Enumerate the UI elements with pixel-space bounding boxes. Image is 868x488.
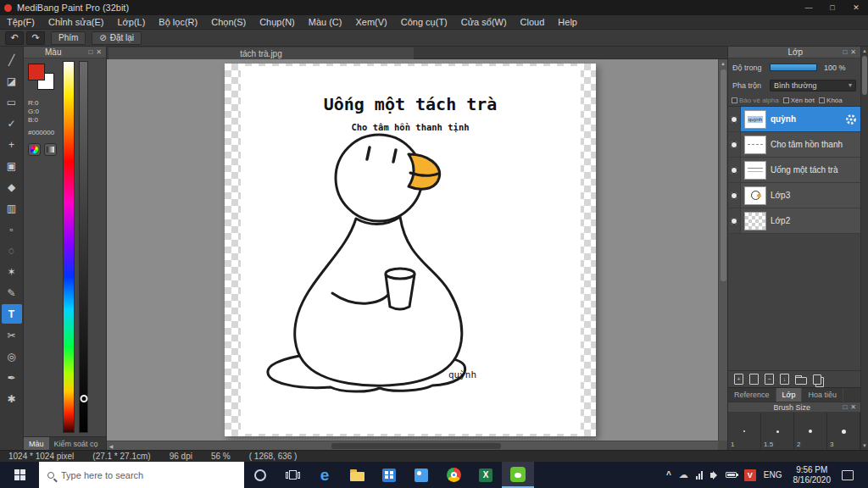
layer-row[interactable]: Cho tâm hồn thanh (728, 132, 860, 158)
protect-alpha-checkbox[interactable]: Bảo vệ alpha (732, 97, 779, 104)
menu-tools[interactable]: Công cụ(T) (394, 15, 454, 30)
marquee-tool[interactable]: ▭ (2, 92, 22, 112)
artboard[interactable]: Uống một tách trà Cho tâm hồn thanh tịnh… (225, 64, 596, 436)
keys-button[interactable]: Phím (51, 31, 86, 45)
menu-view[interactable]: Xem(V) (348, 15, 393, 30)
task-view-button[interactable] (276, 462, 309, 488)
popout-icon[interactable]: □ (841, 403, 849, 411)
layer-row[interactable]: Lớp2 (728, 208, 860, 234)
delete-layer-icon[interactable]: − (765, 374, 774, 385)
tab-reference[interactable]: Reference (728, 388, 776, 402)
brightness-knob[interactable] (80, 395, 87, 402)
menu-layer[interactable]: Lớp(L) (110, 15, 152, 30)
lock-checkbox[interactable]: Khóa (819, 97, 843, 104)
chrome-button[interactable] (437, 462, 470, 488)
dock-scrollbar[interactable]: ▲ ▼ (860, 47, 868, 450)
menu-color[interactable]: Màu (C) (302, 15, 349, 30)
popout-icon[interactable]: □ (841, 48, 849, 56)
search-input[interactable]: Type here to search (39, 462, 244, 488)
hand-tool[interactable]: ✱ (2, 389, 22, 408)
layer-row[interactable]: Lớp3 (728, 183, 860, 208)
onedrive-cloud-icon[interactable]: ☁ (679, 469, 688, 480)
close-icon[interactable]: ✕ (94, 48, 103, 56)
hue-bar[interactable] (63, 61, 75, 433)
menu-help[interactable]: Help (551, 15, 584, 30)
canvas-viewport[interactable]: Uống một tách trà Cho tâm hồn thanh tịnh… (107, 59, 718, 441)
brush-size-option[interactable]: 1 (728, 413, 761, 450)
excel-button[interactable]: X (470, 462, 502, 488)
language-indicator[interactable]: ENG (764, 470, 782, 480)
transfer-layer-icon[interactable]: ↓ (780, 374, 789, 385)
battery-icon[interactable] (726, 472, 737, 478)
menu-edit[interactable]: Chỉnh sửa(E) (42, 15, 110, 30)
store-button[interactable] (373, 462, 405, 488)
foreground-color-swatch[interactable] (28, 64, 45, 80)
menu-window[interactable]: Cửa sổ(W) (454, 15, 514, 30)
vertical-scroll-thumb[interactable] (721, 69, 726, 281)
document-tab[interactable]: tách trà.jpg (108, 47, 414, 59)
hidden-icons-chevron[interactable]: ^ (666, 470, 671, 480)
layer-row[interactable]: quỳnh quỳnh (728, 107, 860, 132)
smudge-tool[interactable]: ✓ (2, 114, 22, 133)
vietnamese-input-icon[interactable]: V (744, 469, 756, 481)
blend-mode-dropdown[interactable]: Bình thường ▾ (770, 80, 856, 92)
layer-visibility-toggle[interactable] (728, 107, 741, 131)
undo-button[interactable]: ↶ (5, 31, 24, 45)
tab-color[interactable]: Màu (24, 437, 49, 450)
clipping-checkbox[interactable]: Xén bớt (783, 97, 815, 104)
layer-visibility-toggle[interactable] (728, 183, 741, 208)
minimize-button[interactable]: — (797, 0, 821, 15)
pen-tool[interactable]: ✒ (2, 368, 22, 387)
scroll-left-icon[interactable]: ◀ (107, 441, 115, 450)
reset-button[interactable]: ⊘ Đặt lại (92, 31, 142, 45)
lasso-tool[interactable]: ◌ (2, 241, 22, 260)
layer-visibility-toggle[interactable] (728, 132, 741, 157)
canvas-vertical-scrollbar[interactable]: ▲ (718, 59, 727, 441)
photos-button[interactable] (405, 462, 437, 488)
brush-size-option[interactable]: 3 (827, 413, 860, 450)
select-pen-tool[interactable]: ✎ (2, 283, 22, 302)
tab-navigator[interactable]: Hoa tiêu (802, 388, 843, 402)
edge-button[interactable]: e (309, 462, 341, 488)
file-explorer-button[interactable] (341, 462, 373, 488)
close-icon[interactable]: ✕ (849, 48, 858, 56)
merge-layer-icon[interactable] (813, 374, 821, 385)
dock-scroll-thumb[interactable] (862, 56, 867, 95)
magic-wand-tool[interactable]: ✶ (2, 262, 22, 281)
scroll-up-icon[interactable]: ▲ (719, 59, 727, 68)
move-tool[interactable]: + (2, 135, 22, 154)
color-wheel-button[interactable] (28, 143, 41, 156)
clock[interactable]: 9:56 PM 8/16/2020 (790, 465, 835, 485)
gradient-tool[interactable]: ▥ (2, 198, 22, 218)
horizontal-scroll-thumb[interactable] (331, 443, 501, 449)
select-eraser-tool[interactable]: ✂ (2, 325, 22, 345)
brightness-bar[interactable] (79, 61, 88, 433)
eraser-tool[interactable]: ◪ (2, 71, 22, 91)
medibang-taskbar-button[interactable] (502, 462, 534, 488)
maximize-button[interactable]: □ (821, 0, 844, 15)
start-button[interactable] (0, 462, 39, 488)
close-icon[interactable]: ✕ (849, 403, 858, 411)
bucket-tool[interactable]: ◆ (2, 177, 22, 197)
layer-visibility-toggle[interactable] (728, 158, 741, 182)
menu-filter[interactable]: Bộ lọc(R) (152, 15, 204, 30)
scroll-down-icon[interactable]: ▼ (862, 441, 867, 450)
brush-size-option[interactable]: 2 (794, 413, 827, 450)
action-center-icon[interactable] (842, 470, 854, 480)
menu-file[interactable]: Tệp(F) (0, 15, 42, 30)
brush-size-option[interactable]: 1.5 (761, 413, 794, 450)
text-tool[interactable]: T (2, 304, 22, 324)
canvas-horizontal-scrollbar[interactable]: ◀ (107, 441, 718, 450)
tab-layers[interactable]: Lớp (776, 388, 803, 402)
redo-button[interactable]: ↷ (26, 31, 45, 45)
menu-cloud[interactable]: Cloud (514, 15, 552, 30)
add-layer-icon[interactable]: + (734, 374, 743, 385)
layer-settings-gear-icon[interactable] (845, 114, 857, 125)
scroll-up-icon[interactable]: ▲ (862, 47, 867, 55)
color-slider-button[interactable] (44, 143, 57, 156)
eyedropper-tool[interactable]: ◎ (2, 347, 22, 366)
menu-capture[interactable]: Chụp(N) (253, 15, 302, 30)
volume-icon[interactable] (710, 473, 715, 478)
select-tool[interactable]: ▫ (2, 219, 22, 239)
brush-tool[interactable]: ╱ (2, 50, 22, 69)
